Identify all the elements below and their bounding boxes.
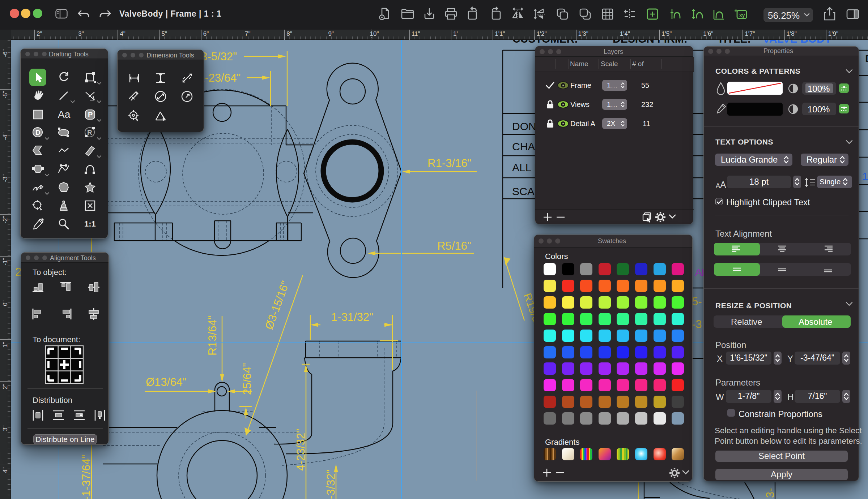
svg-text:P: P bbox=[88, 111, 93, 119]
svg-text:R: R bbox=[87, 129, 92, 136]
svg-text:1: 1 bbox=[862, 170, 868, 182]
svg-text:ALL I: ALL I bbox=[512, 162, 537, 173]
svg-text:5-: 5- bbox=[692, 295, 702, 308]
svg-text:3-: 3- bbox=[764, 488, 776, 498]
svg-text:-1-37/64": -1-37/64" bbox=[80, 455, 93, 499]
svg-text:1:1: 1:1 bbox=[84, 219, 96, 228]
svg-text:CHA: CHA bbox=[512, 141, 535, 152]
svg-text:25/64": 25/64" bbox=[241, 363, 254, 395]
svg-text:D: D bbox=[865, 52, 868, 64]
svg-text:A: A bbox=[695, 267, 702, 278]
svg-text:-3/32": -3/32" bbox=[324, 469, 337, 499]
svg-text:3-5/32": 3-5/32" bbox=[201, 50, 237, 63]
svg-text:Aa: Aa bbox=[58, 109, 71, 120]
svg-text:DON: DON bbox=[512, 120, 536, 132]
svg-text:R1-3/16": R1-3/16" bbox=[427, 157, 471, 169]
svg-text:4-23/32": 4-23/32" bbox=[294, 429, 307, 471]
svg-text:1-31/32": 1-31/32" bbox=[331, 311, 373, 323]
svg-text:-3: -3 bbox=[692, 318, 702, 331]
svg-text:Ø13/64": Ø13/64" bbox=[146, 376, 187, 388]
svg-text:1-23/64": 1-23/64" bbox=[199, 72, 241, 84]
svg-text:R5/16": R5/16" bbox=[437, 240, 471, 252]
svg-text:R13/64": R13/64" bbox=[206, 315, 219, 356]
svg-text:Ø3-15/16": Ø3-15/16" bbox=[263, 279, 292, 331]
svg-text:xy: xy bbox=[739, 12, 745, 18]
svg-text:D: D bbox=[35, 129, 41, 136]
